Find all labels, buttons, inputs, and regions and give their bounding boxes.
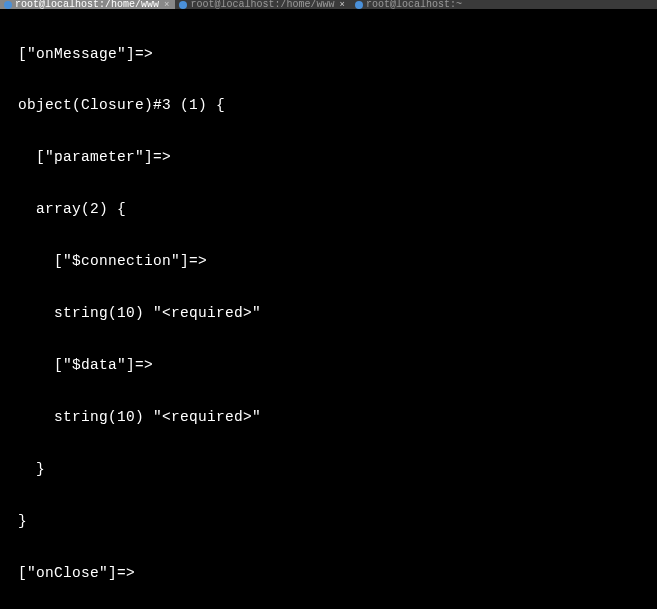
terminal-icon bbox=[179, 1, 187, 9]
code-line: ["parameter"]=> bbox=[0, 149, 657, 166]
terminal-icon bbox=[355, 1, 363, 9]
code-line: } bbox=[0, 461, 657, 478]
tab-label: root@localhost:~ bbox=[366, 0, 462, 9]
close-icon[interactable]: × bbox=[337, 0, 346, 9]
code-line: ["onMessage"]=> bbox=[0, 46, 657, 63]
terminal-output[interactable]: ["onMessage"]=> object(Closure)#3 (1) { … bbox=[0, 9, 657, 609]
code-line: array(2) { bbox=[0, 201, 657, 218]
code-line: string(10) "<required>" bbox=[0, 305, 657, 322]
tab-label: root@localhost:/home/www bbox=[190, 0, 334, 9]
code-line: ["$data"]=> bbox=[0, 357, 657, 374]
tab-inactive[interactable]: root@localhost:~ bbox=[351, 0, 466, 9]
tab-active[interactable]: root@localhost:/home/www × bbox=[0, 0, 175, 9]
code-line: ["onClose"]=> bbox=[0, 565, 657, 582]
terminal-icon bbox=[4, 1, 12, 9]
close-icon[interactable]: × bbox=[162, 0, 171, 9]
tab-label: root@localhost:/home/www bbox=[15, 0, 159, 9]
tab-bar: root@localhost:/home/www × root@localhos… bbox=[0, 0, 657, 9]
code-line: } bbox=[0, 513, 657, 530]
code-line: string(10) "<required>" bbox=[0, 409, 657, 426]
code-line: ["$connection"]=> bbox=[0, 253, 657, 270]
code-line: object(Closure)#3 (1) { bbox=[0, 97, 657, 114]
tab-inactive[interactable]: root@localhost:/home/www × bbox=[175, 0, 350, 9]
